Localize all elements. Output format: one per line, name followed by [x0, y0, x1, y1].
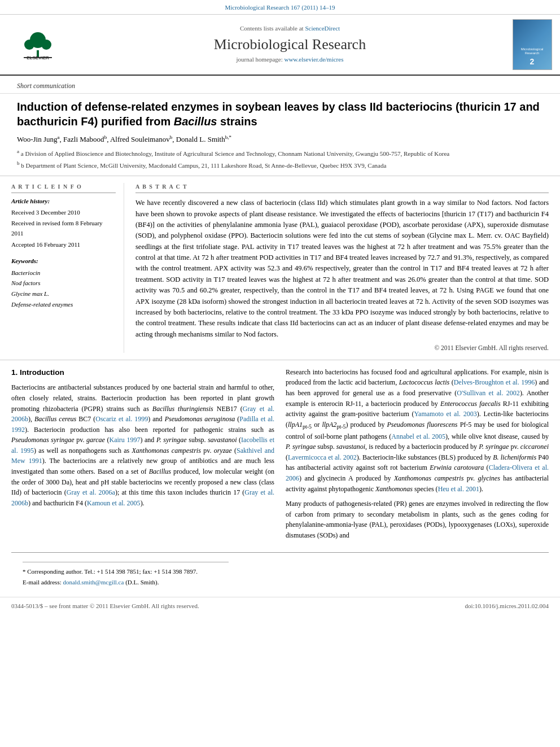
elsevier-logo-area: ELSEVIER [7, 19, 69, 70]
footnote-area: * Corresponding author. Tel.: +1 514 398… [11, 552, 549, 592]
keywords-label-line: Keywords: [11, 256, 116, 267]
intro-paragraph-1: Bacteriocins are antibacterial substance… [11, 382, 274, 508]
sciencedirect-link[interactable]: ScienceDirect [305, 25, 340, 32]
ref-gray-2006a[interactable]: Gray et al. 2006a [67, 488, 115, 496]
section1-heading: 1. Introduction [11, 367, 274, 378]
affiliation-a: a a Division of Applied Bioscience and B… [17, 148, 543, 158]
abstract-title: A B S T R A C T [135, 183, 549, 194]
article-history: Article history: Received 3 December 201… [11, 196, 116, 250]
journal-main-title: Microbiological Research [76, 36, 504, 53]
elsevier-logo-icon: ELSEVIER [12, 29, 63, 60]
ref-annabel[interactable]: Annabel et al. 2005 [391, 433, 445, 440]
journal-header: ELSEVIER Contents lists available at Sci… [0, 15, 560, 76]
journal-citation-bar: Microbiological Research 167 (2011) 14–1… [0, 0, 560, 15]
ref-lavermicocca[interactable]: Lavermicocca et al. 2002 [288, 453, 357, 461]
email-person: (D.L. Smith). [125, 579, 159, 586]
keywords-list: Bacteriocin Nod factors Glycine max L. D… [11, 268, 116, 310]
ref-osullivan[interactable]: O'Sullivan et al. 2002 [457, 389, 520, 397]
article-type-label: Short communication [17, 82, 75, 90]
email-link[interactable]: donald.smith@mcgill.ca [63, 579, 124, 586]
article-authors: Woo-Jin Junga, Fazli Maboodb, Alfred Sou… [17, 133, 543, 145]
homepage-label: journal homepage: [237, 56, 283, 63]
article-info-abstract-section: A R T I C L E I N F O Article history: R… [0, 176, 560, 360]
svg-point-3 [41, 40, 51, 50]
homepage-url[interactable]: www.elsevier.de/micres [284, 56, 343, 63]
affiliations: a a Division of Applied Bioscience and B… [17, 148, 543, 169]
article-type: Short communication [0, 76, 560, 94]
journal-cover-image: Microbiological Research 2 [513, 19, 552, 70]
ref-gray-2006b-2[interactable]: Gray et al. 2006b [11, 488, 274, 507]
contents-text: Contents lists available at [240, 25, 304, 32]
ref-kairu[interactable]: Kairu 1997 [109, 436, 140, 444]
article-title-block: Induction of defense-related enzymes in … [0, 94, 560, 176]
journal-cover-thumbnail: Microbiological Research 2 [511, 19, 553, 70]
received-date: Received 3 December 2010 [11, 208, 116, 218]
keyword-4: Defense-related enzymes [11, 299, 116, 310]
article-title: Induction of defense-related enzymes in … [17, 99, 543, 129]
email-label: E-mail address: [23, 579, 62, 586]
keywords-section: Keywords: Bacteriocin Nod factors Glycin… [11, 256, 116, 309]
journal-citation-link[interactable]: Microbiological Research 167 (2011) 14–1… [225, 4, 335, 11]
article-info-column: A R T I C L E I N F O Article history: R… [11, 183, 124, 353]
footnote-rule [23, 562, 229, 562]
intro-paragraph-2: Research into bacteriocins has focused f… [286, 367, 549, 494]
article-footer: 0344-5013/$ – see front matter © 2011 El… [0, 597, 560, 613]
footnote-corresponding: * Corresponding author. Tel.: +1 514 398… [23, 567, 537, 577]
abstract-text: We have recently discovered a new class … [135, 198, 549, 340]
italic-genus: Bacillus [174, 115, 217, 128]
author-list: Woo-Jin Junga, Fazli Maboodb, Alfred Sou… [17, 135, 231, 143]
svg-text:ELSEVIER: ELSEVIER [27, 55, 49, 60]
footer-doi: doi:10.1016/j.micres.2011.02.004 [465, 602, 549, 611]
revised-date: Received in revised form 8 February 2011 [11, 219, 116, 238]
journal-homepage: journal homepage: www.elsevier.de/micres [76, 55, 504, 64]
intro-paragraph-3: Many products of pathogenesis-related (P… [286, 499, 549, 540]
history-label: Article history: [11, 196, 116, 207]
footnote-star-text: * Corresponding author. Tel.: +1 514 398… [23, 568, 198, 575]
article-body: 1. Introduction Bacteriocins are antibac… [0, 360, 560, 552]
ref-heu[interactable]: Heu et al. 2001 [438, 485, 479, 493]
ref-yamamoto[interactable]: Yamamoto et al. 2003 [414, 410, 477, 418]
body-right-column: Research into bacteriocins has focused f… [286, 367, 549, 545]
accepted-date: Accepted 16 February 2011 [11, 240, 116, 250]
keyword-1: Bacteriocin [11, 268, 116, 278]
body-left-column: 1. Introduction Bacteriocins are antibac… [11, 367, 274, 545]
cover-title: Microbiological Research [515, 47, 549, 55]
abstract-column: A B S T R A C T We have recently discove… [135, 183, 549, 353]
abstract-copyright: © 2011 Elsevier GmbH. All rights reserve… [135, 343, 549, 353]
ref-delves[interactable]: Delves-Broughton et al. 1996 [454, 378, 535, 386]
svg-point-2 [24, 40, 34, 50]
ref-oscariz[interactable]: Oscariz et al. 1999 [95, 415, 148, 423]
contents-line: Contents lists available at ScienceDirec… [76, 24, 504, 33]
ref-kamoun[interactable]: Kamoun et al. 2005 [87, 499, 141, 507]
abstract-body: We have recently discovered a new class … [135, 199, 549, 338]
journal-title-area: Contents lists available at ScienceDirec… [76, 19, 504, 70]
keyword-2: Nod factors [11, 278, 116, 289]
keyword-3: Glycine max L. [11, 289, 116, 299]
affiliation-b: b b Department of Plant Science, McGill … [17, 160, 543, 170]
article-history-section: A R T I C L E I N F O Article history: R… [11, 183, 116, 250]
footnote-email-line: E-mail address: donald.smith@mcgill.ca (… [23, 578, 537, 588]
footer-issn: 0344-5013/$ – see front matter © 2011 El… [11, 602, 199, 611]
cover-volume: 2 [530, 56, 535, 67]
article-info-title: A R T I C L E I N F O [11, 183, 116, 194]
